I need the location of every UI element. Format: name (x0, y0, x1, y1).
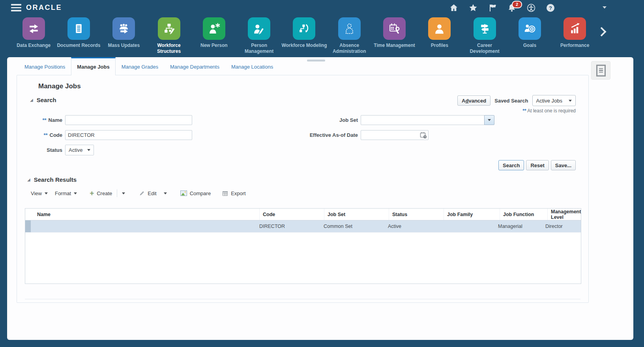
app-tile-profiles[interactable]: Profiles (417, 17, 462, 54)
goals-icon[interactable] (519, 17, 541, 40)
global-header: ORACLE 2 ? (0, 0, 644, 15)
watchlist-flag-icon[interactable] (488, 3, 497, 13)
tab-manage-departments[interactable]: Manage Departments (164, 57, 225, 75)
status-select[interactable]: Active (65, 145, 94, 155)
accessibility-icon[interactable] (526, 3, 536, 13)
app-tile-label: Time Management (369, 43, 421, 49)
performance-icon[interactable] (564, 17, 586, 40)
app-tile-label: Performance (549, 43, 601, 49)
format-menu[interactable]: Format (51, 190, 80, 196)
app-tile-person-management[interactable]: Person Management (236, 17, 281, 54)
saved-search-value: Active Jobs (536, 98, 562, 104)
required-hint: ** At least one is required (522, 108, 576, 114)
new-person-icon[interactable] (203, 17, 225, 40)
person-management-icon[interactable] (248, 17, 270, 40)
app-tile-absence-administration[interactable]: Absence Administration (327, 17, 372, 54)
toolbar-separator (117, 189, 117, 197)
career-development-icon[interactable] (474, 17, 496, 40)
absence-administration-icon[interactable] (338, 17, 361, 40)
collapse-triangle-icon: ◢ (30, 98, 33, 102)
view-menu[interactable]: View (27, 190, 51, 196)
time-management-icon[interactable] (383, 17, 406, 40)
app-tile-performance[interactable]: Performance (552, 17, 597, 54)
app-tile-label: Workforce Modeling (278, 43, 330, 49)
column-header-code[interactable]: Code (259, 209, 324, 220)
profiles-icon[interactable] (428, 17, 451, 40)
column-header-job-set[interactable]: Job Set (324, 209, 389, 220)
workforce-modeling-icon[interactable] (293, 17, 315, 40)
job-set-dropdown-button[interactable] (484, 115, 494, 125)
chevron-down-icon (87, 149, 90, 151)
code-field-label: **Code (17, 132, 62, 138)
home-icon[interactable] (449, 3, 459, 13)
effective-date-input[interactable] (361, 130, 429, 140)
app-tile-workforce-structures[interactable]: Workforce Structures (146, 17, 191, 54)
results-section-header[interactable]: ◢ Search Results (27, 176, 77, 183)
collapse-handle[interactable] (307, 60, 325, 62)
help-icon[interactable]: ? (546, 3, 555, 13)
page-title: Manage Jobs (38, 82, 81, 90)
tab-manage-locations[interactable]: Manage Locations (225, 57, 279, 75)
chevron-down-icon (488, 119, 491, 121)
chevron-down-icon (569, 100, 572, 102)
name-input[interactable] (65, 115, 192, 125)
app-tile-data-exchange[interactable]: Data Exchange (11, 17, 56, 54)
job-set-input[interactable] (361, 115, 485, 125)
create-dropdown-button[interactable] (118, 192, 129, 194)
edit-dropdown-button[interactable] (160, 192, 170, 194)
manage-jobs-panel: Manage Jobs ◢ Search Advanced Saved Sear… (17, 75, 589, 303)
column-header-management-level[interactable]: Management Level (547, 209, 581, 220)
search-button[interactable]: Search (498, 160, 524, 170)
app-tile-time-management[interactable]: Time Management (372, 17, 417, 54)
favorites-star-icon[interactable] (468, 3, 478, 13)
code-input[interactable] (65, 130, 192, 140)
save-button[interactable]: Save... (551, 160, 576, 170)
app-tile-label: Data Exchange (7, 43, 60, 49)
create-button[interactable]: + Create (86, 190, 116, 197)
export-table-icon (222, 190, 228, 196)
export-button[interactable]: Export (218, 190, 249, 196)
contextual-pane-button[interactable] (591, 61, 610, 80)
app-tile-label: Person Management (233, 43, 285, 54)
saved-search-select[interactable]: Active Jobs (532, 95, 576, 106)
table-row[interactable]: DIRECTOR Common Set Active Managerial Di… (25, 220, 581, 233)
mass-updates-icon[interactable] (112, 17, 135, 40)
app-tile-goals[interactable]: Goals (507, 17, 552, 54)
compare-button[interactable]: Compare (177, 190, 214, 196)
user-menu-caret[interactable] (603, 6, 607, 9)
app-tile-new-person[interactable]: New Person (191, 17, 236, 54)
column-header-status[interactable]: Status (389, 209, 444, 220)
column-header-job-function[interactable]: Job Function (500, 209, 547, 220)
search-section-header[interactable]: ◢ Search (30, 97, 56, 103)
tab-manage-positions[interactable]: Manage Positions (19, 57, 71, 75)
app-tile-label: Goals (504, 43, 556, 49)
tab-manage-jobs[interactable]: Manage Jobs (71, 57, 115, 75)
date-picker-icon[interactable] (420, 132, 427, 138)
cell-job-set: Common Set (320, 220, 385, 232)
status-select-value: Active (69, 147, 82, 153)
edit-button[interactable]: Edit (136, 190, 160, 196)
reset-button[interactable]: Reset (526, 160, 549, 170)
app-tile-mass-updates[interactable]: Mass Updates (101, 17, 146, 54)
navigator-menu-icon[interactable] (11, 4, 21, 11)
document-records-icon[interactable] (67, 17, 90, 40)
app-tile-label: Absence Administration (323, 43, 375, 54)
app-tile-document-records[interactable]: Document Records (56, 17, 101, 54)
search-section-title: Search (37, 97, 56, 103)
notification-count-badge: 2 (512, 1, 522, 8)
app-tile-label: Mass Updates (98, 43, 150, 49)
column-header-name[interactable]: Name (34, 209, 259, 220)
launcher-next-chevron-icon[interactable] (597, 27, 606, 36)
cell-job-family (439, 220, 495, 232)
pencil-icon (139, 190, 145, 196)
column-header-job-family[interactable]: Job Family (444, 209, 500, 220)
chevron-down-icon (164, 192, 167, 194)
advanced-button[interactable]: Advanced (457, 95, 490, 106)
notifications-bell-icon[interactable]: 2 (507, 3, 517, 13)
workforce-structures-icon[interactable] (158, 17, 180, 40)
data-exchange-icon[interactable] (22, 17, 45, 40)
app-tile-workforce-modeling[interactable]: Workforce Modeling (282, 17, 327, 54)
app-tile-career-development[interactable]: Career Development (462, 17, 507, 54)
tab-manage-grades[interactable]: Manage Grades (116, 57, 164, 75)
row-selector[interactable] (25, 220, 31, 232)
